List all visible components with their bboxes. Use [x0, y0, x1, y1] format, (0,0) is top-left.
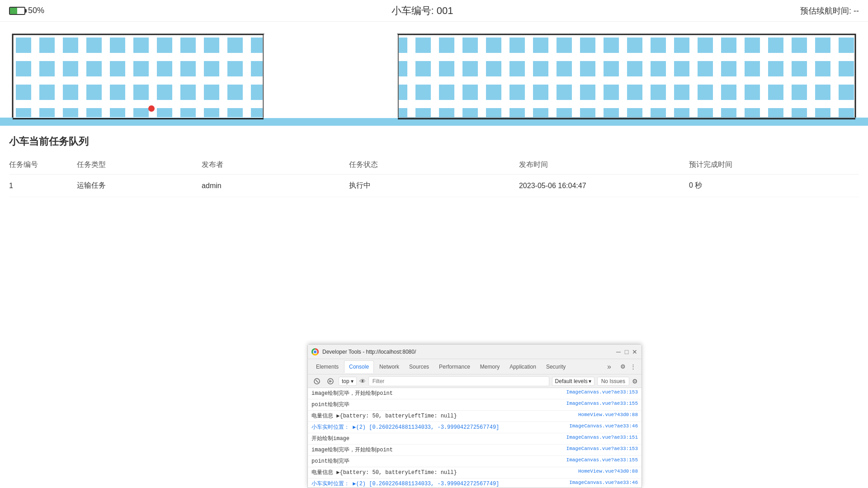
- tab-security[interactable]: Security: [542, 361, 570, 373]
- console-row: point绘制完毕 ImageCanvas.vue?ae33:155: [308, 456, 642, 467]
- task-table-body: 1 运输任务 admin 执行中 2023-05-06 16:04:47 0 秒: [9, 175, 859, 197]
- col-publisher: 发布者: [202, 156, 349, 175]
- console-clear-button[interactable]: [311, 377, 322, 386]
- devtools-tabs: Elements Console Network Sources Perform…: [308, 359, 642, 374]
- tab-more-button[interactable]: »: [603, 360, 616, 374]
- svg-line-16: [316, 380, 318, 383]
- header: 50% 小车编号: 001 预估续航时间: --: [0, 0, 868, 22]
- robot-dot: [148, 105, 155, 112]
- devtools-title: Developer Tools - http://localhost:8080/: [322, 349, 612, 355]
- map-svg: [0, 22, 868, 126]
- col-estimated-time: 预计完成时间: [689, 156, 859, 175]
- header-endurance: 预估续航时间: --: [800, 5, 859, 16]
- levels-chevron-icon: ▾: [589, 378, 591, 384]
- console-link[interactable]: ImageCanvas.vue?ae33:153: [566, 446, 638, 451]
- console-text-blue: 小车实时位置： ▶(2) [0.2602264881134033, -3.999…: [311, 480, 566, 488]
- console-row: image绘制完毕，开始绘制point ImageCanvas.vue?ae33…: [308, 388, 642, 399]
- console-link[interactable]: ImageCanvas.vue?ae33:153: [566, 389, 638, 395]
- default-levels-selector[interactable]: Default levels ▾: [552, 377, 594, 386]
- svg-rect-13: [13, 118, 264, 119]
- console-link[interactable]: HomeView.vue?43d0:88: [578, 469, 638, 474]
- console-filter-button[interactable]: [325, 377, 336, 386]
- svg-rect-14: [398, 118, 855, 119]
- console-row: 电量信息 ▶{battery: 50, batteryLeftTime: nul…: [308, 467, 642, 479]
- header-title: 小车编号: 001: [392, 4, 453, 18]
- console-text: 开始绘制image: [311, 435, 563, 443]
- col-publish-time: 发布时间: [519, 156, 689, 175]
- task-section: 小车当前任务队列 任务编号 任务类型 发布者 任务状态 发布时间 预计完成时间 …: [0, 126, 868, 202]
- table-header-row: 任务编号 任务类型 发布者 任务状态 发布时间 预计完成时间: [9, 156, 859, 175]
- devtools-window-buttons: ─ □ ✕: [615, 349, 638, 355]
- console-text-blue: 小车实时位置： ▶(2) [0.2602264881134033, -3.999…: [311, 423, 566, 431]
- console-row: 小车实时位置： ▶(2) [0.2602264881134033, -3.999…: [308, 422, 642, 433]
- console-row: 开始绘制image ImageCanvas.vue?ae33:151: [308, 433, 642, 445]
- tab-sources[interactable]: Sources: [405, 361, 434, 373]
- battery-icon: [9, 7, 25, 15]
- table-row: 1 运输任务 admin 执行中 2023-05-06 16:04:47 0 秒: [9, 175, 859, 197]
- console-link[interactable]: ImageCanvas.vue?ae33:46: [569, 423, 638, 429]
- svg-rect-12: [264, 34, 398, 118]
- col-type: 任务类型: [77, 156, 202, 175]
- cell-type: 运输任务: [77, 175, 202, 197]
- console-row: 电量信息 ▶{battery: 50, batteryLeftTime: nul…: [308, 411, 642, 422]
- console-link[interactable]: ImageCanvas.vue?ae33:155: [566, 401, 638, 406]
- cell-status: 执行中: [349, 175, 519, 197]
- tab-application[interactable]: Application: [505, 361, 541, 373]
- console-text: image绘制完毕，开始绘制point: [311, 389, 563, 398]
- top-selector[interactable]: top ▾: [339, 377, 357, 386]
- console-row: point绘制完毕 ImageCanvas.vue?ae33:155: [308, 399, 642, 411]
- tab-elements[interactable]: Elements: [311, 361, 343, 373]
- tab-console[interactable]: Console: [344, 360, 374, 373]
- devtools-titlebar: Developer Tools - http://localhost:8080/…: [308, 345, 642, 359]
- devtools-minimize-button[interactable]: ─: [615, 349, 622, 355]
- devtools-console-output: image绘制完毕，开始绘制point ImageCanvas.vue?ae33…: [308, 388, 642, 488]
- battery-indicator: 50%: [9, 6, 44, 15]
- console-link[interactable]: ImageCanvas.vue?ae33:155: [566, 457, 638, 463]
- tab-memory[interactable]: Memory: [476, 361, 504, 373]
- console-text: 电量信息 ▶{battery: 50, batteryLeftTime: nul…: [311, 469, 575, 477]
- task-section-title: 小车当前任务队列: [9, 135, 859, 148]
- devtools-more-options-button[interactable]: ⋮: [628, 362, 638, 371]
- console-text: 电量信息 ▶{battery: 50, batteryLeftTime: nul…: [311, 412, 575, 420]
- devtools-close-button[interactable]: ✕: [632, 349, 638, 355]
- console-row: 小车实时位置： ▶(2) [0.2602264881134033, -3.999…: [308, 479, 642, 488]
- chevron-down-icon: ▾: [351, 378, 354, 384]
- devtools-panel: Developer Tools - http://localhost:8080/…: [307, 344, 642, 488]
- no-issues-badge[interactable]: No Issues: [597, 377, 629, 386]
- tab-performance[interactable]: Performance: [434, 361, 475, 373]
- devtools-maximize-button[interactable]: □: [623, 349, 630, 355]
- eye-button[interactable]: 👁: [359, 378, 366, 385]
- battery-fill: [10, 8, 17, 14]
- console-link[interactable]: ImageCanvas.vue?ae33:46: [569, 480, 638, 485]
- canvas-area: [0, 22, 868, 126]
- devtools-settings-button[interactable]: ⚙: [618, 362, 627, 371]
- console-gear-button[interactable]: ⚙: [632, 378, 638, 385]
- console-row: image绘制完毕，开始绘制point ImageCanvas.vue?ae33…: [308, 445, 642, 456]
- col-status: 任务状态: [349, 156, 519, 175]
- console-link[interactable]: HomeView.vue?43d0:88: [578, 412, 638, 417]
- console-filter-input[interactable]: [368, 376, 549, 386]
- svg-rect-10: [399, 35, 854, 117]
- task-table-header: 任务编号 任务类型 发布者 任务状态 发布时间 预计完成时间: [9, 156, 859, 175]
- top-selector-label: top: [342, 378, 349, 384]
- tab-network[interactable]: Network: [375, 361, 404, 373]
- default-levels-label: Default levels: [555, 378, 588, 384]
- cell-id: 1: [9, 175, 77, 197]
- cell-publish-time: 2023-05-06 16:04:47: [519, 175, 689, 197]
- cell-estimated-time: 0 秒: [689, 175, 859, 197]
- col-id: 任务编号: [9, 156, 77, 175]
- devtools-console-toolbar: top ▾ 👁 Default levels ▾ No Issues ⚙: [308, 374, 642, 388]
- console-text: image绘制完毕，开始绘制point: [311, 446, 563, 454]
- console-text: point绘制完毕: [311, 401, 563, 409]
- svg-rect-4: [14, 35, 263, 117]
- battery-percent: 50%: [28, 6, 44, 15]
- task-table: 任务编号 任务类型 发布者 任务状态 发布时间 预计完成时间 1 运输任务 ad…: [9, 156, 859, 197]
- chrome-icon: [311, 348, 319, 355]
- cell-publisher: admin: [202, 175, 349, 197]
- console-text: point绘制完毕: [311, 457, 563, 465]
- console-link[interactable]: ImageCanvas.vue?ae33:151: [566, 435, 638, 440]
